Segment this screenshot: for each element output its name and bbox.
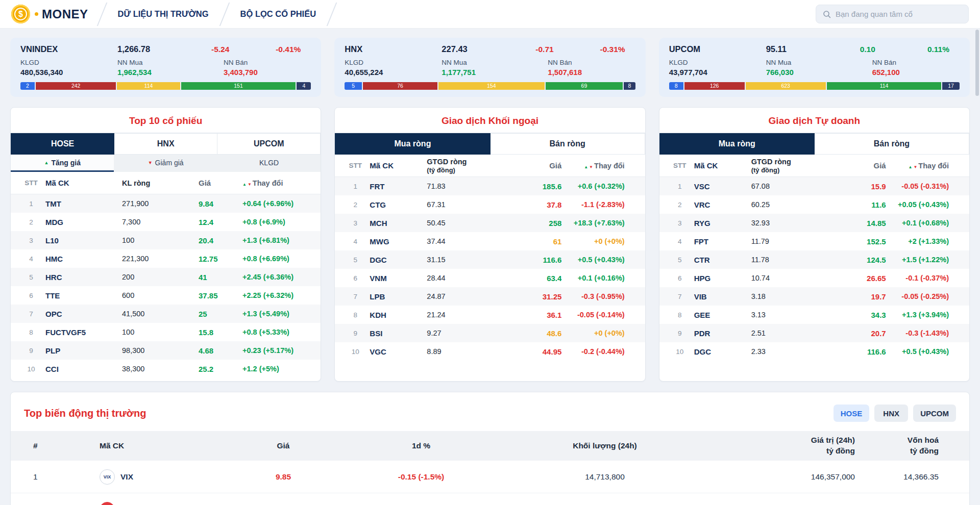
klgd-value: 43,977,704	[669, 68, 766, 77]
down-triangle-icon: ▼	[589, 165, 593, 169]
table-row[interactable]: 9PDR2.5120.7-0.3 (-1.43%)	[659, 324, 969, 342]
table-row[interactable]: 10VGC8.8944.95-0.2 (-0.44%)	[335, 342, 645, 361]
cell-stt: 6	[666, 274, 694, 282]
cell-symbol: L10	[45, 236, 122, 245]
table-row[interactable]: 4FPT11.79152.5+2 (+1.33%)	[659, 232, 969, 250]
cell-price: 4.68	[199, 346, 242, 355]
index-value: 1,266.78	[117, 44, 199, 54]
up-triangle-icon: ▲	[584, 165, 588, 169]
table-row[interactable]: 6VNM28.4463.4+0.1 (+0.16%)	[335, 269, 645, 287]
foreign-sell-label: NN Bán	[872, 59, 960, 66]
table-row[interactable]: 1VSC67.0815.9-0.05 (-0.31%)	[659, 177, 969, 195]
cell-symbol: VNM	[370, 274, 427, 283]
movers-tabs: HOSEHNXUPCOM	[828, 405, 956, 422]
cell-stt: 1	[341, 183, 370, 190]
cell-symbol: VGC	[370, 347, 427, 356]
subtab-tang-gia[interactable]: ▲Tăng giá	[11, 155, 114, 172]
cell-value: 8.89	[427, 347, 512, 356]
table-row[interactable]: 4MWG37.4461+0 (+0%)	[335, 232, 645, 250]
table-row[interactable]: 5CTR11.78124.5+1.5 (+1.22%)	[659, 250, 969, 269]
cell-stt: 8	[341, 311, 370, 319]
col-header-gia: Giá	[512, 161, 561, 170]
table-row[interactable]: 4HMC221,30012.75+0.8 (+6.69%)	[11, 249, 321, 268]
movers-tab-hose[interactable]: HOSE	[834, 405, 870, 422]
cell-change: +1.2 (+5%)	[242, 365, 312, 373]
table-row[interactable]: 10CCI38,30025.2+1.2 (+5%)	[11, 360, 321, 378]
cell-value: 600	[122, 291, 199, 299]
breadth-segment-up: 114	[827, 82, 942, 90]
down-triangle-icon: ▼	[248, 182, 252, 187]
col-header-label: Thay đổi	[918, 162, 949, 170]
tab-hose[interactable]: HOSE	[11, 133, 114, 155]
coin-icon: $	[11, 5, 30, 23]
cell-stt: 9	[17, 347, 45, 355]
cell-value: 32.93	[751, 219, 837, 227]
table-body: 1VSC67.0815.9-0.05 (-0.31%)2VRC60.2511.6…	[659, 177, 969, 361]
table-row[interactable]: 2MDG7,30012.4+0.8 (+6.9%)	[11, 213, 321, 231]
col-header-label: GTGD ròng	[427, 158, 467, 166]
cell-price: 25	[199, 310, 242, 318]
cell-stt: 9	[666, 330, 694, 337]
cell-stt: 5	[666, 256, 694, 264]
table-row[interactable]: 9BSI9.2748.6+0 (+0%)	[335, 324, 645, 342]
tab-mua-rong[interactable]: Mua ròng	[659, 133, 815, 155]
table-row[interactable]: 8FUCTVGF510015.8+0.8 (+5.33%)	[11, 323, 321, 341]
table-row[interactable]: 9PLP98,3004.68+0.23 (+5.17%)	[11, 341, 321, 360]
table-row[interactable]: 10DGC2.33116.6+0.5 (+0.43%)	[659, 342, 969, 361]
cell-stt: 8	[17, 329, 45, 336]
cell-change: -0.2 (-0.44%)	[561, 347, 624, 356]
search-input[interactable]	[836, 10, 962, 18]
cell-symbol: DGC	[694, 347, 751, 356]
cell-symbol: PDR	[694, 329, 751, 338]
scrollbar-thumb[interactable]	[975, 30, 979, 96]
tab-upcom[interactable]: UPCOM	[217, 133, 321, 155]
subtab-giam-gia[interactable]: ▼Giảm giá	[114, 155, 217, 172]
movers-tab-hnx[interactable]: HNX	[874, 405, 908, 422]
table-row[interactable]: 1FRT71.83185.6+0.6 (+0.32%)	[335, 177, 645, 195]
table-row[interactable]: 5HRC20041+2.45 (+6.36%)	[11, 268, 321, 286]
cell-stt: 2	[666, 201, 694, 209]
foreign-buy-group: NN Mua 1,962,534	[117, 59, 224, 77]
col-header-symbol: Mã CK	[100, 441, 232, 451]
tab-ban-rong[interactable]: Bán ròng	[491, 133, 645, 155]
cell-change: +1.5 (+1.22%)	[886, 256, 949, 264]
col-header-label: Mã CK	[694, 161, 718, 170]
cell-market-cap: 14,366.35	[855, 472, 939, 482]
subtab-klgd[interactable]: KLGD	[217, 155, 321, 172]
table-row[interactable]: 1VIXVIX9.85-0.15 (-1.5%)14,713,800146,35…	[11, 461, 969, 493]
panels-row: Top 10 cổ phiếu HOSEHNXUPCOM ▲Tăng giá▼G…	[0, 107, 980, 382]
panel-tabs: Mua ròngBán ròng	[335, 133, 645, 155]
table-row[interactable]: 8GEE3.1334.3+1.3 (+3.94%)	[659, 306, 969, 324]
search-box[interactable]	[816, 5, 969, 23]
breadth-bar: 576154698	[345, 82, 635, 90]
table-row[interactable]: 6TTE60037.85+2.25 (+6.32%)	[11, 286, 321, 305]
cell-change: +0.8 (+6.9%)	[242, 218, 312, 226]
table-row[interactable]: 7LPB24.8731.25-0.3 (-0.95%)	[335, 287, 645, 306]
table-row[interactable]: 6HPG10.7426.65-0.1 (-0.37%)	[659, 269, 969, 287]
table-row[interactable]: 2MBMBB25.10.3 (1.21%)11,241,300281,055,0…	[11, 493, 969, 505]
cell-stt: 1	[666, 183, 694, 190]
tab-ban-rong[interactable]: Bán ròng	[815, 133, 969, 155]
table-row[interactable]: 3RYG32.9314.85+0.1 (+0.68%)	[659, 214, 969, 232]
table-row[interactable]: 2VRC60.2511.6+0.05 (+0.43%)	[659, 195, 969, 214]
table-row[interactable]: 3L1010020.4+1.3 (+6.81%)	[11, 231, 321, 249]
table-row[interactable]: 1TMT271,9009.84+0.64 (+6.96%)	[11, 194, 321, 213]
tab-mua-rong[interactable]: Mua ròng	[335, 133, 490, 155]
cell-value: 200	[122, 273, 199, 281]
table-row[interactable]: 2CTG67.3137.8-1.1 (-2.83%)	[335, 195, 645, 214]
col-header-label: STT	[673, 162, 687, 169]
app-logo[interactable]: $ MONEY	[11, 5, 88, 23]
nav-item-stock-screener[interactable]: BỘ LỌC CỔ PHIẾU	[225, 9, 332, 19]
foreign-sell-value: 3,403,790	[224, 68, 311, 77]
tab-hnx[interactable]: HNX	[114, 133, 217, 155]
table-row[interactable]: 7VIB3.1819.7-0.05 (-0.25%)	[659, 287, 969, 306]
nav-item-market-data[interactable]: DỮ LIỆU THỊ TRƯỜNG	[103, 9, 224, 19]
table-row[interactable]: 3MCH50.45258+18.3 (+7.63%)	[335, 214, 645, 232]
table-row[interactable]: 5DGC31.15116.6+0.5 (+0.43%)	[335, 250, 645, 269]
col-header-gtgd-rong: GTGD ròng(tỷ đồng)	[427, 158, 512, 174]
table-row[interactable]: 8KDH21.2436.1-0.05 (-0.14%)	[335, 306, 645, 324]
table-row[interactable]: 7OPC41,50025+1.3 (+5.49%)	[11, 305, 321, 323]
movers-tab-upcom[interactable]: UPCOM	[913, 405, 956, 422]
col-header-volume-24h: Khối lượng (24h)	[508, 441, 702, 451]
index-change: -0.71	[523, 45, 584, 54]
